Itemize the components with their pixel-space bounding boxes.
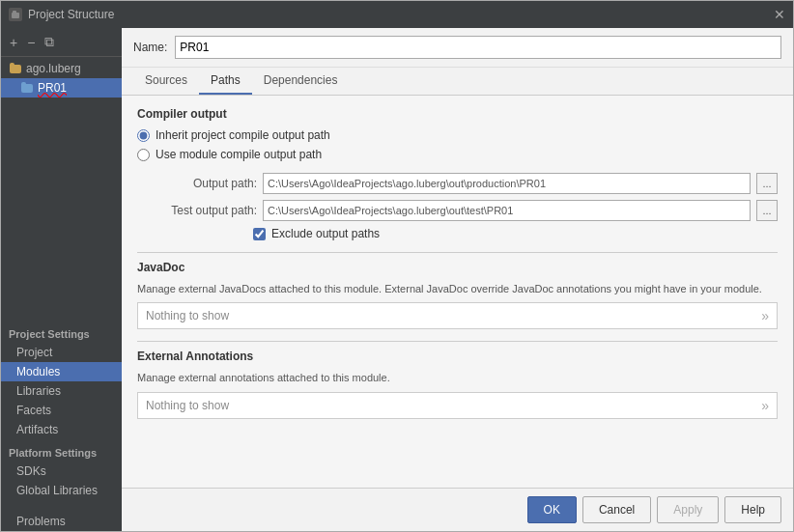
name-row: Name: bbox=[122, 28, 793, 68]
name-label: Name: bbox=[133, 41, 167, 54]
sidebar-item-artifacts[interactable]: Artifacts bbox=[1, 420, 122, 439]
add-button[interactable]: + bbox=[7, 33, 20, 52]
radio-inherit-label: Inherit project compile output path bbox=[156, 128, 330, 142]
javadoc-desc: Manage external JavaDocs attached to thi… bbox=[137, 282, 778, 296]
output-path-browse-button[interactable]: ... bbox=[756, 173, 778, 194]
folder-blue-icon bbox=[20, 82, 34, 94]
output-path-label: Output path: bbox=[160, 177, 257, 190]
cancel-button[interactable]: Cancel bbox=[582, 496, 651, 523]
test-output-label: Test output path: bbox=[160, 204, 257, 217]
radio-module[interactable] bbox=[137, 149, 150, 161]
test-output-browse-button[interactable]: ... bbox=[756, 200, 778, 221]
sidebar-item-project[interactable]: Project bbox=[1, 343, 122, 362]
window-icon bbox=[9, 8, 22, 21]
ext-annotations-expand-icon[interactable]: » bbox=[761, 398, 769, 413]
project-settings-header: Project Settings bbox=[1, 321, 122, 343]
bottom-bar: OK Cancel Apply Help bbox=[122, 488, 793, 531]
tree-item-ago-luberg[interactable]: ago.luberg bbox=[1, 59, 122, 78]
javadoc-expand-icon[interactable]: » bbox=[761, 308, 769, 323]
tree-item-label: ago.luberg bbox=[26, 62, 81, 75]
divider-1 bbox=[137, 252, 778, 253]
ext-annotations-title: External Annotations bbox=[137, 350, 778, 363]
sidebar-toolbar: + − ⧉ bbox=[1, 28, 122, 57]
tab-dependencies[interactable]: Dependencies bbox=[252, 68, 350, 95]
tree-item-pr01[interactable]: PR01 bbox=[1, 78, 122, 98]
sidebar-item-modules[interactable]: Modules bbox=[1, 362, 122, 381]
javadoc-empty-label: Nothing to show bbox=[146, 309, 229, 322]
tab-paths[interactable]: Paths bbox=[199, 68, 252, 95]
ext-annotations-section: External Annotations Manage external ann… bbox=[137, 350, 778, 418]
paths-panel: Compiler output Inherit project compile … bbox=[122, 96, 793, 488]
ok-button[interactable]: OK bbox=[527, 496, 577, 523]
platform-settings-header: Platform Settings bbox=[1, 439, 122, 462]
copy-button[interactable]: ⧉ bbox=[42, 32, 57, 52]
name-input[interactable] bbox=[175, 36, 781, 59]
test-output-path-row: Test output path: ... bbox=[137, 200, 778, 221]
help-button[interactable]: Help bbox=[724, 496, 781, 523]
javadoc-title: JavaDoc bbox=[137, 261, 778, 274]
divider-2 bbox=[137, 341, 778, 342]
tabs-bar: Sources Paths Dependencies bbox=[122, 68, 793, 96]
ext-annotations-desc: Manage external annotations attached to … bbox=[137, 371, 778, 385]
output-path-input[interactable] bbox=[263, 173, 751, 194]
output-path-row: Output path: ... bbox=[137, 173, 778, 194]
project-structure-window: Project Structure ✕ + − ⧉ ago.luberg bbox=[0, 0, 794, 532]
tree-item-label: PR01 bbox=[38, 81, 67, 95]
radio-inherit[interactable] bbox=[137, 129, 150, 142]
sidebar-item-libraries[interactable]: Libraries bbox=[1, 381, 122, 401]
exclude-checkbox-row: Exclude output paths bbox=[137, 227, 778, 240]
apply-button[interactable]: Apply bbox=[657, 496, 719, 523]
sidebar-item-global-libraries[interactable]: Global Libraries bbox=[1, 481, 122, 500]
ext-annotations-empty-box: Nothing to show » bbox=[137, 392, 778, 419]
tree-area: ago.luberg PR01 bbox=[1, 57, 122, 321]
title-bar: Project Structure ✕ bbox=[1, 1, 793, 28]
radio-group-output: Inherit project compile output path Use … bbox=[137, 128, 778, 161]
remove-button[interactable]: − bbox=[24, 33, 38, 52]
exclude-label: Exclude output paths bbox=[271, 227, 380, 240]
javadoc-empty-box: Nothing to show » bbox=[137, 302, 778, 329]
radio-inherit-item[interactable]: Inherit project compile output path bbox=[137, 128, 778, 142]
svg-rect-1 bbox=[13, 11, 16, 14]
javadoc-section: JavaDoc Manage external JavaDocs attache… bbox=[137, 261, 778, 329]
window-title: Project Structure bbox=[28, 8, 114, 21]
ext-annotations-empty-label: Nothing to show bbox=[146, 399, 229, 412]
right-panel: Name: Sources Paths Dependencies Compile… bbox=[122, 28, 793, 531]
sidebar: + − ⧉ ago.luberg PR01 bbox=[1, 28, 122, 531]
sidebar-item-sdks[interactable]: SDKs bbox=[1, 462, 122, 481]
tab-sources[interactable]: Sources bbox=[133, 68, 199, 95]
compiler-output-title: Compiler output bbox=[137, 107, 778, 121]
title-bar-left: Project Structure bbox=[9, 8, 114, 21]
radio-module-item[interactable]: Use module compile output path bbox=[137, 148, 778, 161]
test-output-path-input[interactable] bbox=[263, 200, 751, 221]
sidebar-item-problems[interactable]: Problems bbox=[1, 512, 122, 531]
radio-module-label: Use module compile output path bbox=[156, 148, 322, 161]
close-button[interactable]: ✕ bbox=[774, 7, 785, 22]
exclude-checkbox[interactable] bbox=[253, 228, 266, 240]
main-content: + − ⧉ ago.luberg PR01 bbox=[1, 28, 793, 531]
folder-icon bbox=[9, 63, 22, 74]
sidebar-item-facets[interactable]: Facets bbox=[1, 401, 122, 420]
